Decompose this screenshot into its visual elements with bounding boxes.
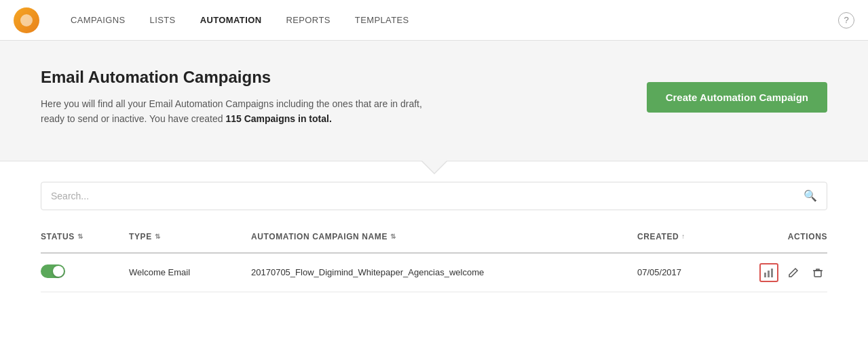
navbar: CAMPAIGNS LISTS AUTOMATION REPORTS TEMPL… (0, 0, 868, 41)
td-created: 07/05/2017 (637, 264, 746, 280)
chevron-down-icon (422, 161, 447, 173)
svg-rect-3 (814, 271, 821, 277)
th-created[interactable]: CREATED ↑ (637, 227, 746, 247)
sort-created-icon: ↑ (681, 233, 685, 240)
edit-icon (788, 267, 799, 278)
nav-reports[interactable]: REPORTS (273, 0, 342, 41)
nav-lists[interactable]: LISTS (138, 0, 188, 41)
toggle-knob (53, 266, 64, 277)
edit-action-button[interactable] (784, 263, 803, 282)
nav-campaigns[interactable]: CAMPAIGNS (58, 0, 138, 41)
help-button[interactable]: ? (838, 12, 854, 28)
td-status (41, 262, 129, 283)
sort-type-icon: ⇅ (155, 233, 161, 240)
svg-rect-1 (768, 271, 770, 277)
hero-title: Email Automation Campaigns (41, 68, 434, 87)
th-name[interactable]: AUTOMATION CAMPAIGN NAME ⇅ (251, 227, 637, 247)
hero-highlight: 115 Campaigns in total. (225, 113, 331, 124)
content-area: 🔍 STATUS ⇅ TYPE ⇅ AUTOMATION CAMPAIGN NA… (0, 161, 868, 306)
td-type: Welcome Email (129, 264, 251, 280)
search-bar: 🔍 (41, 182, 827, 210)
trash-icon (812, 267, 823, 278)
chart-action-button[interactable] (759, 263, 778, 282)
hero-text: Email Automation Campaigns Here you will… (41, 68, 434, 127)
svg-rect-2 (771, 269, 773, 277)
sort-name-icon: ⇅ (390, 233, 396, 240)
td-name: 20170705_Flow_Digimind_Whitepaper_Agenci… (251, 264, 637, 280)
nav-templates[interactable]: TEMPLATES (343, 0, 421, 41)
create-automation-button[interactable]: Create Automation Campaign (647, 82, 827, 113)
table-header: STATUS ⇅ TYPE ⇅ AUTOMATION CAMPAIGN NAME… (41, 227, 827, 254)
th-actions: ACTIONS (746, 227, 827, 247)
search-input[interactable] (51, 191, 804, 201)
th-type[interactable]: TYPE ⇅ (129, 227, 251, 247)
hero-section: Email Automation Campaigns Here you will… (0, 41, 868, 161)
delete-action-button[interactable] (808, 263, 827, 282)
table-row: Welcome Email 20170705_Flow_Digimind_Whi… (41, 254, 827, 292)
status-toggle[interactable] (41, 264, 65, 278)
nav-links: CAMPAIGNS LISTS AUTOMATION REPORTS TEMPL… (58, 0, 838, 41)
svg-rect-0 (764, 273, 766, 277)
nav-automation[interactable]: AUTOMATION (188, 0, 274, 41)
td-actions (746, 260, 827, 285)
th-status[interactable]: STATUS ⇅ (41, 227, 129, 247)
sort-status-icon: ⇅ (77, 233, 83, 240)
search-icon: 🔍 (804, 189, 817, 202)
hero-description: Here you will find all your Email Automa… (41, 96, 434, 127)
logo[interactable] (14, 7, 39, 33)
bar-chart-icon (763, 267, 774, 278)
logo-inner (20, 14, 33, 26)
